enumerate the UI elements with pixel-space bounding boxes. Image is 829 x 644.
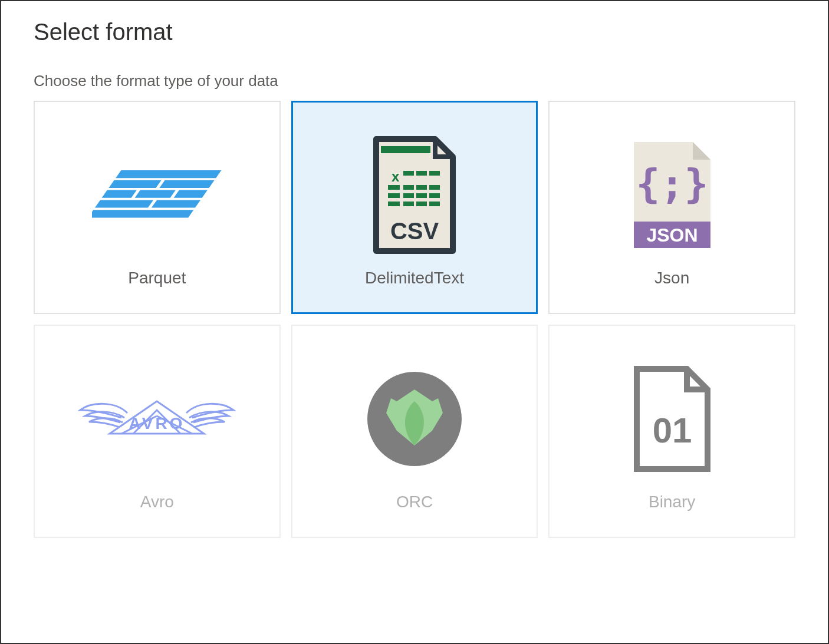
format-card-json[interactable]: {;} JSON Json (548, 101, 795, 314)
format-card-binary[interactable]: 01 Binary (548, 325, 795, 538)
svg-rect-23 (403, 202, 414, 206)
svg-text:JSON: JSON (646, 224, 698, 246)
svg-rect-16 (416, 185, 427, 190)
svg-rect-12 (416, 171, 427, 176)
format-label: ORC (396, 493, 433, 511)
svg-rect-14 (388, 185, 400, 190)
svg-rect-25 (429, 202, 440, 206)
format-grid: Parquet x (34, 101, 795, 538)
format-label: DelimitedText (365, 269, 464, 288)
svg-text:{;}: {;} (636, 161, 708, 207)
svg-text:01: 01 (652, 411, 692, 450)
svg-rect-17 (429, 185, 440, 190)
svg-rect-3 (102, 190, 137, 198)
svg-rect-21 (429, 193, 440, 198)
format-label: Avro (140, 493, 174, 511)
svg-rect-22 (388, 202, 400, 206)
svg-text:CSV: CSV (390, 218, 439, 244)
orc-icon (361, 351, 468, 487)
svg-rect-5 (174, 190, 208, 198)
svg-rect-19 (403, 193, 414, 198)
format-card-delimitedtext[interactable]: x CSV (291, 101, 538, 314)
svg-rect-0 (116, 170, 221, 178)
format-card-avro[interactable]: AVRO Avro (34, 325, 281, 538)
format-card-orc[interactable]: ORC (291, 325, 538, 538)
parquet-icon (92, 127, 222, 263)
svg-rect-6 (95, 200, 153, 207)
page-subtitle: Choose the format type of your data (34, 72, 795, 90)
csv-file-icon: x CSV (364, 127, 465, 263)
svg-rect-1 (109, 180, 162, 188)
svg-rect-15 (403, 185, 414, 190)
svg-text:AVRO: AVRO (129, 414, 185, 432)
svg-rect-20 (416, 193, 427, 198)
svg-rect-4 (135, 190, 176, 198)
svg-rect-9 (381, 146, 430, 153)
format-label: Binary (649, 493, 695, 511)
binary-file-icon: 01 (628, 351, 716, 487)
avro-icon: AVRO (74, 351, 239, 487)
format-label: Json (654, 269, 689, 288)
format-card-parquet[interactable]: Parquet (34, 101, 281, 314)
json-file-icon: {;} JSON (628, 127, 716, 263)
svg-rect-18 (388, 193, 400, 198)
page-title: Select format (34, 19, 795, 45)
svg-rect-7 (152, 200, 200, 207)
svg-rect-8 (92, 210, 193, 217)
svg-rect-11 (403, 171, 414, 176)
select-format-panel: Select format Choose the format type of … (0, 0, 829, 644)
svg-rect-24 (416, 202, 427, 206)
svg-rect-13 (429, 171, 440, 176)
svg-text:x: x (392, 169, 400, 184)
format-label: Parquet (128, 269, 186, 288)
svg-rect-2 (160, 180, 215, 188)
